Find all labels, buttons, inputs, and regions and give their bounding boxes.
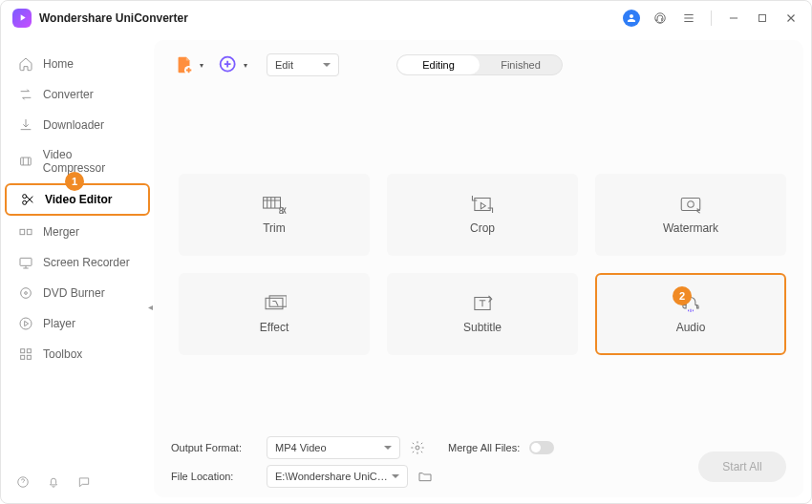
add-folder-button[interactable]: ▾ [215,52,242,78]
tile-effect[interactable]: Effect [179,273,370,355]
sidebar-item-merger[interactable]: Merger [5,218,150,246]
feedback-icon[interactable] [77,475,91,492]
account-avatar[interactable] [623,10,640,27]
tile-subtitle[interactable]: Subtitle [387,273,578,355]
open-folder-icon[interactable] [417,469,433,484]
merge-files-toggle[interactable] [529,441,554,454]
sidebar-item-dvd-burner[interactable]: DVD Burner [5,279,150,307]
close-button[interactable] [782,10,800,27]
sidebar-item-player[interactable]: Player [5,309,150,338]
tile-crop[interactable]: Crop [387,174,578,256]
sidebar-item-label: Player [43,317,75,330]
app-title: Wondershare UniConverter [39,11,188,25]
tile-audio[interactable]: Audio [595,273,786,355]
output-format-dropdown[interactable]: MP4 Video [267,436,400,459]
svg-rect-5 [20,229,25,234]
file-location-dropdown[interactable]: E:\Wondershare UniConverter [267,465,408,488]
menu-icon[interactable] [680,10,697,27]
sidebar-item-toolbox[interactable]: Toolbox [5,340,150,368]
start-all-button[interactable]: Start All [698,452,786,482]
sidebar-item-label: Converter [43,88,94,101]
svg-point-9 [25,292,28,295]
annotation-badge-1: 1 [65,172,84,191]
svg-point-10 [20,318,32,329]
output-format-label: Output Format: [171,442,257,453]
svg-point-19 [280,211,283,214]
output-format-value: MP4 Video [275,442,327,453]
svg-rect-11 [21,349,25,353]
minimize-button[interactable] [725,10,742,27]
svg-rect-14 [27,355,31,359]
tab-editing[interactable]: Editing [397,55,480,74]
tile-label: Watermark [663,221,718,235]
sidebar-item-label: Video Editor [45,193,112,206]
tile-label: Audio [676,321,706,334]
notifications-icon[interactable] [47,475,60,492]
svg-point-3 [23,195,27,199]
svg-point-22 [688,201,694,208]
tile-trim[interactable]: Trim [179,174,370,256]
maximize-button[interactable] [754,10,771,27]
sidebar-item-home[interactable]: Home [5,50,150,78]
svg-point-26 [416,446,419,450]
svg-point-0 [655,12,666,23]
tile-label: Trim [263,221,286,235]
output-settings-icon[interactable] [410,440,425,455]
add-file-button[interactable]: ▾ [171,52,198,78]
help-icon[interactable] [16,475,30,492]
app-logo [12,9,32,28]
sidebar-item-label: Merger [43,225,79,239]
support-icon[interactable] [652,10,669,27]
svg-rect-7 [20,258,32,265]
annotation-badge-2: 2 [673,286,692,305]
sidebar: Home Converter Downloader Video Compress… [1,34,154,503]
sidebar-item-label: Screen Recorder [43,256,130,269]
tile-label: Effect [260,321,288,334]
sidebar-item-label: Downloader [43,118,104,132]
svg-rect-12 [27,349,31,353]
sidebar-item-screen-recorder[interactable]: Screen Recorder [5,248,150,277]
svg-rect-17 [264,198,281,208]
sidebar-item-downloader[interactable]: Downloader [5,111,150,139]
sidebar-item-label: DVD Burner [43,286,105,300]
svg-point-4 [23,200,27,204]
sidebar-item-label: Video Compressor [43,148,137,175]
svg-rect-2 [21,158,32,165]
sidebar-collapse-handle[interactable]: ◂ [146,298,154,315]
mode-dropdown[interactable]: Edit [267,53,339,76]
svg-rect-1 [759,14,766,21]
svg-rect-23 [266,298,283,308]
svg-rect-13 [21,355,25,359]
merge-files-label: Merge All Files: [448,442,520,453]
tile-watermark[interactable]: Watermark [595,174,786,256]
tab-finished[interactable]: Finished [480,55,562,74]
sidebar-item-label: Toolbox [43,347,82,361]
tile-label: Crop [470,221,495,235]
file-location-value: E:\Wondershare UniConverter [275,471,388,482]
svg-point-8 [21,288,32,299]
tile-label: Subtitle [463,321,502,334]
sidebar-item-label: Home [43,57,74,71]
svg-rect-6 [27,229,32,234]
file-location-label: File Location: [171,471,257,482]
sidebar-item-converter[interactable]: Converter [5,80,150,109]
mode-dropdown-value: Edit [275,59,293,71]
status-segmented: Editing Finished [396,54,563,75]
